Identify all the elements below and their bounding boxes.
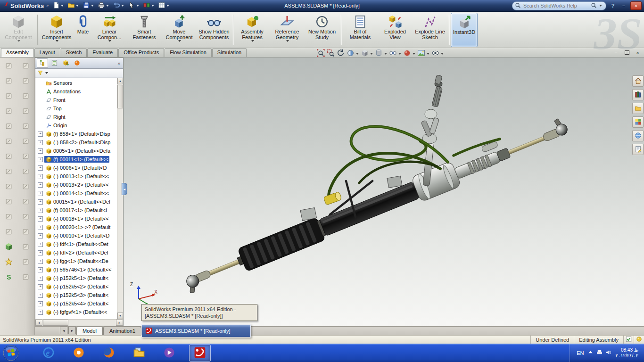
left-toolbar-button[interactable]	[21, 242, 31, 252]
doc-tab-model[interactable]: Model	[76, 327, 103, 335]
tree-item[interactable]: +(f) 565746<1> (Default<<	[35, 265, 117, 274]
expand-toggle-icon[interactable]: +	[38, 225, 43, 230]
move-component-button[interactable]: Move Component	[162, 13, 197, 47]
left-toolbar-button[interactable]	[21, 257, 31, 267]
previous-view-button[interactable]	[337, 49, 345, 58]
help-button[interactable]: ?	[609, 2, 617, 9]
media-player-taskbar-button[interactable]	[68, 345, 89, 361]
dropdown-caret-icon[interactable]	[251, 40, 254, 42]
volume-icon[interactable]	[605, 349, 611, 356]
tree-vertical-scrollbar[interactable]: ▲ ▼	[117, 78, 123, 319]
exploded-view-button[interactable]: Exploded View	[378, 13, 413, 47]
dropdown-caret-icon[interactable]	[76, 5, 79, 7]
search-go-icon[interactable]	[591, 2, 597, 9]
expand-toggle-icon[interactable]: +	[38, 140, 43, 145]
filter-icon[interactable]	[37, 70, 43, 77]
tree-item[interactable]: +(f) 00017<1> (Default<I	[35, 206, 117, 214]
edit-appearance-button[interactable]	[403, 49, 415, 58]
expand-toggle-icon[interactable]: +	[38, 301, 43, 306]
tree-item[interactable]: +Top	[35, 104, 117, 113]
mate-button[interactable]: Mate	[74, 13, 92, 47]
tab-scroll-left-button[interactable]: ◄	[60, 327, 67, 334]
tab-flow-simulation[interactable]: Flow Simulation	[165, 48, 212, 57]
left-toolbar-button[interactable]	[4, 107, 14, 116]
zoom-to-area-button[interactable]	[327, 49, 335, 58]
taskbar-window-item[interactable]: ASSEM3.SLDASM * [Read-only]	[141, 324, 251, 337]
expand-toggle-icon[interactable]: +	[38, 284, 43, 289]
doc-restore-button[interactable]	[623, 49, 630, 56]
doc-minimize-button[interactable]: −	[612, 49, 619, 56]
dropdown-caret-icon[interactable]	[413, 53, 415, 55]
expand-toggle-icon[interactable]: +	[38, 293, 43, 298]
printer-status-icon[interactable]	[596, 349, 603, 356]
view-orientation-button[interactable]	[361, 49, 373, 58]
expand-toggle-icon[interactable]: +	[38, 208, 43, 213]
tab-layout[interactable]: Layout	[34, 48, 60, 57]
left-toolbar-button[interactable]	[21, 91, 31, 101]
close-button[interactable]: ×	[630, 1, 642, 10]
dropdown-caret-icon[interactable]	[61, 5, 64, 7]
home-button[interactable]	[632, 75, 644, 87]
dropdown-caret-icon[interactable]	[108, 40, 111, 42]
left-toolbar-button[interactable]	[4, 137, 14, 147]
expand-toggle-icon[interactable]: +	[38, 148, 43, 154]
left-toolbar-button[interactable]	[21, 152, 31, 162]
tab-evaluate[interactable]: Evaluate	[87, 48, 118, 57]
displaymanager-tab[interactable]	[72, 59, 82, 67]
language-indicator[interactable]: EN	[577, 350, 584, 356]
tab-simulation[interactable]: Simulation	[212, 48, 247, 57]
filter-caret-icon[interactable]	[45, 72, 48, 74]
dropdown-caret-icon[interactable]	[356, 53, 359, 55]
left-toolbar-button[interactable]	[21, 122, 31, 132]
dropdown-caret-icon[interactable]	[427, 53, 429, 55]
expand-toggle-icon[interactable]: +	[38, 233, 43, 239]
left-toolbar-button[interactable]	[21, 76, 31, 86]
scroll-right-arrow[interactable]: ►	[116, 320, 123, 326]
scroll-down-arrow[interactable]: ▼	[117, 313, 123, 319]
scroll-thumb[interactable]	[117, 85, 123, 108]
left-toolbar-button[interactable]	[21, 182, 31, 192]
select-button[interactable]	[126, 1, 140, 10]
insert-components-button[interactable]: Insert Components	[39, 13, 74, 47]
taskbar-clock[interactable]: ظ 08:43 ٢٠١٢/٢٤/٠٢	[615, 347, 638, 359]
left-toolbar-button[interactable]	[4, 152, 14, 162]
smart-fasteners-button[interactable]: Smart Fasteners	[127, 13, 162, 47]
dropdown-caret-icon[interactable]	[370, 53, 373, 55]
tree-item[interactable]: +Sensors	[35, 79, 117, 87]
tab-assembly[interactable]: Assembly	[1, 48, 34, 57]
dropdown-caret-icon[interactable]	[121, 5, 124, 7]
dropdown-caret-icon[interactable]	[136, 5, 139, 7]
dropdown-caret-icon[interactable]	[56, 40, 58, 42]
expand-toggle-icon[interactable]: +	[38, 165, 43, 171]
view-palette-button[interactable]	[632, 116, 644, 128]
configurationmanager-tab[interactable]	[60, 59, 71, 67]
tab-office-products[interactable]: Office Products	[118, 48, 164, 57]
tree-item[interactable]: +(-) p152k5<1> (Default<	[35, 274, 117, 282]
options-button[interactable]	[157, 1, 171, 10]
save-button[interactable]	[81, 1, 95, 10]
tree-item[interactable]: +(-) p152k5<3> (Default<	[35, 291, 117, 299]
help-search-box[interactable]	[512, 1, 606, 10]
tree-item[interactable]: +(-) fdf<2> (Default<<Del	[35, 248, 117, 257]
tree-item[interactable]: +(-) fgfgvf<1> (Default<<	[35, 308, 117, 316]
tree-horizontal-scrollbar[interactable]: ◄ ►	[35, 319, 123, 326]
tree-item[interactable]: +00015<1> (Default<<Def	[35, 197, 117, 206]
expand-toggle-icon[interactable]: +	[38, 174, 43, 179]
expand-toggle-icon[interactable]: +	[38, 250, 43, 255]
imaging-app-taskbar-button[interactable]	[159, 345, 180, 361]
left-toolbar-button[interactable]	[21, 212, 31, 222]
doc-tab-animation1[interactable]: Animation1	[103, 327, 141, 335]
dropdown-caret-icon[interactable]	[106, 5, 109, 7]
print-button[interactable]	[96, 1, 110, 10]
tree-item[interactable]: +(f) 858<1> (Default<Disp	[35, 130, 117, 138]
firefox-taskbar-button[interactable]	[99, 345, 119, 361]
left-toolbar-button[interactable]	[4, 212, 14, 222]
linear-compon-button[interactable]: Linear Compon...	[92, 13, 127, 47]
expand-toggle-icon[interactable]: +	[38, 310, 43, 315]
apply-scene-button[interactable]	[417, 49, 429, 58]
propertymanager-tab[interactable]	[49, 59, 59, 67]
scroll-up-arrow[interactable]: ▲	[117, 78, 123, 84]
left-toolbar-button[interactable]	[4, 61, 14, 71]
custom-properties-button[interactable]	[632, 144, 644, 155]
tree-item[interactable]: +(-) 858<2> (Default<Disp	[35, 138, 117, 147]
